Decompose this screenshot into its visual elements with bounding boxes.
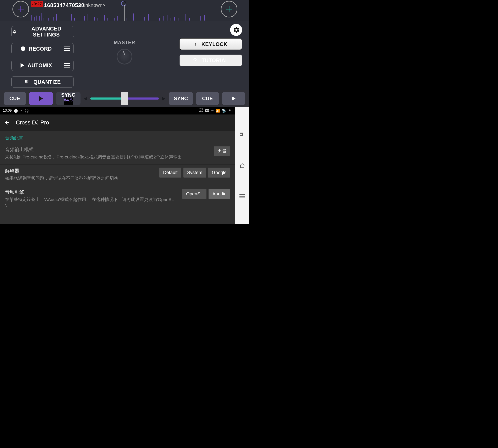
svg-rect-19 <box>78 17 78 20</box>
svg-rect-51 <box>193 17 193 20</box>
svg-rect-40 <box>152 18 152 20</box>
advanced-settings-label: ADVANCED SETTINGS <box>19 26 74 38</box>
transport-strip: CUE SYNC 84.5 ◀ ▶ SYNC CUE <box>0 90 249 107</box>
controls-panel: ADVANCED SETTINGS RECORD AUTOMIX <box>0 21 249 90</box>
play-b-button[interactable] <box>222 92 245 105</box>
svg-rect-39 <box>148 14 149 20</box>
svg-rect-37 <box>141 16 141 20</box>
svg-rect-16 <box>68 16 68 20</box>
crossfader[interactable]: ◀ ▶ <box>84 92 166 105</box>
time-remaining-badge: -0:27 <box>31 1 43 7</box>
nav-back-icon[interactable] <box>239 131 245 138</box>
hamburger-icon <box>64 63 70 68</box>
tutorial-label: TUTORIAL <box>201 57 229 64</box>
record-menu-button[interactable] <box>61 43 73 54</box>
svg-rect-24 <box>94 17 95 20</box>
sync-b-button[interactable]: SYNC <box>169 92 193 105</box>
system-nav-rail <box>235 107 249 224</box>
engine-option-opensl[interactable]: OpenSL <box>183 189 207 199</box>
svg-rect-46 <box>174 17 175 20</box>
row-output-mode: 音频输出模式 未检测到Pre-cueing设备。Pre-cueing和ext.格… <box>0 144 235 165</box>
keylock-button[interactable]: ♪ KEYLOCK <box>180 38 242 50</box>
status-time: 13:09 <box>3 109 12 113</box>
svg-rect-53 <box>200 16 201 20</box>
playhead-marker <box>125 5 125 21</box>
automix-button[interactable]: AUTOMIX <box>12 60 61 71</box>
svg-rect-22 <box>88 14 88 20</box>
decoder-option-google[interactable]: Google <box>208 168 230 177</box>
settings-subscreen: 13:09 ⬤ ✉ 🎧 17.6KB/s HD 4G 📶 📡 94 Cross … <box>0 107 249 224</box>
svg-rect-50 <box>189 18 190 20</box>
note-icon: ♪ <box>194 41 197 47</box>
status-speed: 17.6KB/s <box>199 109 203 113</box>
decoder-option-default[interactable]: Default <box>159 168 181 177</box>
svg-rect-44 <box>167 15 167 20</box>
engine-option-aaudio[interactable]: Aaudio <box>209 189 230 199</box>
svg-rect-20 <box>81 18 81 20</box>
cue-b-button[interactable]: CUE <box>196 92 219 105</box>
gear-icon <box>12 29 17 34</box>
quantize-label: QUANTIZE <box>33 79 61 85</box>
sync-label: SYNC <box>61 92 76 98</box>
record-label: RECORD <box>29 46 52 52</box>
svg-rect-52 <box>197 18 197 20</box>
svg-rect-26 <box>101 16 101 20</box>
svg-rect-5 <box>39 16 40 20</box>
quantize-button[interactable]: QUANTIZE <box>11 76 74 88</box>
row-decoder: 解码器 如果您遇到音频问题，请尝试在不同类型的解码器之间切换 Default S… <box>0 165 235 186</box>
svg-rect-47 <box>178 18 179 20</box>
automix-menu-button[interactable] <box>61 60 73 71</box>
cue-label: CUE <box>9 96 20 101</box>
hd-badge: HD <box>205 109 209 112</box>
tutorial-button[interactable]: ? TUTORIAL <box>180 55 242 66</box>
svg-rect-0 <box>31 15 32 20</box>
svg-rect-45 <box>171 18 171 20</box>
waveform-bar: -0:27 1685347470528 <unknown> <box>0 0 249 21</box>
automix-label: AUTOMIX <box>28 63 52 68</box>
svg-rect-43 <box>163 16 164 20</box>
row-engine: 音频引擎 在某些特定设备上，'AAudio'模式不起作用。 在这种情况下，请将此… <box>0 186 235 213</box>
svg-rect-15 <box>65 18 65 20</box>
svg-rect-2 <box>34 17 35 20</box>
svg-rect-25 <box>98 18 98 20</box>
master-volume-knob[interactable] <box>116 49 133 64</box>
crossfader-thumb[interactable] <box>121 92 128 105</box>
svg-rect-10 <box>51 16 51 20</box>
row-title: 音频引擎 <box>5 189 178 195</box>
svg-rect-28 <box>107 18 108 20</box>
cue-a-button[interactable]: CUE <box>4 92 26 105</box>
svg-rect-14 <box>62 17 62 20</box>
svg-rect-54 <box>204 15 205 20</box>
sync-a-button[interactable]: SYNC 84.5 <box>56 92 81 105</box>
cue-label: CUE <box>202 96 213 101</box>
svg-rect-6 <box>41 13 42 20</box>
gear-icon <box>232 26 240 33</box>
record-icon <box>21 47 25 51</box>
svg-rect-31 <box>117 16 118 20</box>
settings-button[interactable] <box>230 24 242 36</box>
status-dot-icon: ⬤ <box>14 109 18 113</box>
advanced-settings-button[interactable]: ADVANCED SETTINGS <box>11 26 74 37</box>
svg-rect-48 <box>182 16 182 20</box>
nav-recent-icon[interactable] <box>239 194 245 199</box>
output-mode-button[interactable]: 力量 <box>214 146 230 156</box>
svg-rect-11 <box>53 17 53 20</box>
row-desc: 如果您遇到音频问题，请尝试在不同类型的解码器之间切换 <box>5 175 155 181</box>
svg-rect-27 <box>104 15 105 20</box>
section-audio-config: 音频配置 <box>0 131 235 144</box>
sync-label: SYNC <box>174 96 188 101</box>
track-title: 1685347470528 <box>44 2 84 9</box>
decoder-option-system[interactable]: System <box>183 168 206 177</box>
back-icon[interactable] <box>4 119 10 126</box>
nav-home-icon[interactable] <box>239 163 245 169</box>
svg-rect-33 <box>127 18 127 20</box>
triangle-left-icon: ◀ <box>84 96 87 101</box>
svg-rect-7 <box>44 18 44 20</box>
record-button[interactable]: RECORD <box>12 43 61 54</box>
progress-dial-icon <box>120 0 128 7</box>
svg-rect-29 <box>111 17 111 20</box>
svg-rect-23 <box>91 18 91 20</box>
play-a-button[interactable] <box>29 92 53 105</box>
master-label: MASTER <box>114 40 135 46</box>
row-desc: 未检测到Pre-cueing设备。Pre-cueing和ext.格式调音台需要使… <box>5 154 210 160</box>
